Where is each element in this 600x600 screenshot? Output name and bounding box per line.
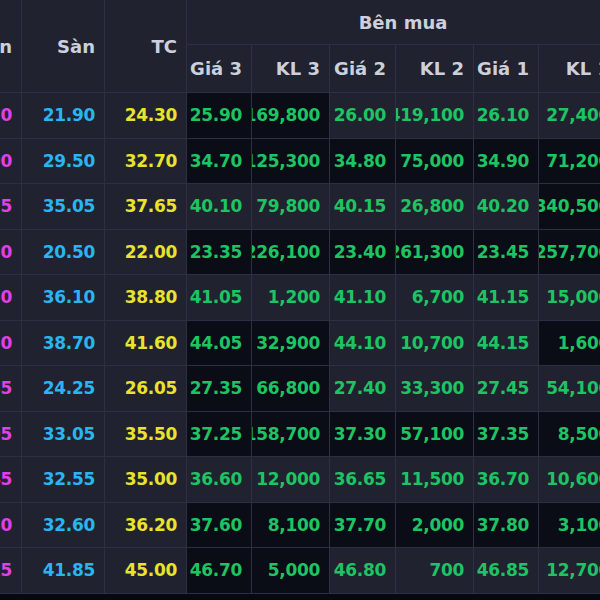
cell-kl2[interactable]: 700: [396, 548, 474, 594]
cell-ceiling: 26.70: [0, 93, 22, 139]
cell-gia2[interactable]: 37.30: [330, 412, 396, 458]
cell-kl2[interactable]: 11,500: [396, 457, 474, 503]
column-header-volume-1: KL 1: [539, 45, 600, 93]
cell-gia3[interactable]: 41.05: [187, 275, 252, 321]
cell-kl3[interactable]: 66,800: [252, 366, 330, 412]
cell-gia1[interactable]: 46.85: [474, 548, 539, 594]
cell-gia2[interactable]: 44.10: [330, 321, 396, 367]
cell-kl1[interactable]: 27,400: [539, 93, 600, 139]
cell-ceiling: 23.50: [0, 230, 22, 276]
cell-kl2[interactable]: 6,700: [396, 275, 474, 321]
cell-kl3[interactable]: 32,900: [252, 321, 330, 367]
cell-ceiling: 40.25: [0, 184, 22, 230]
cell-gia1[interactable]: 26.10: [474, 93, 539, 139]
cell-kl2[interactable]: 419,100: [396, 93, 474, 139]
cell-reference: 37.65: [105, 184, 187, 230]
cell-gia1[interactable]: 40.20: [474, 184, 539, 230]
cell-reference: 41.60: [105, 321, 187, 367]
cell-gia2[interactable]: 40.15: [330, 184, 396, 230]
cell-ceiling: 44.50: [0, 321, 22, 367]
cell-reference: 32.70: [105, 139, 187, 185]
cell-kl2[interactable]: 33,300: [396, 366, 474, 412]
column-header-ceiling: Trần: [0, 0, 22, 93]
cell-kl1[interactable]: 257,700: [539, 230, 600, 276]
cell-gia2[interactable]: 27.40: [330, 366, 396, 412]
cell-gia3[interactable]: 37.60: [187, 503, 252, 549]
cell-gia2[interactable]: 34.80: [330, 139, 396, 185]
column-header-reference: TC: [105, 0, 187, 93]
column-header-volume-3: KL 3: [252, 45, 330, 93]
cell-kl2[interactable]: 10,700: [396, 321, 474, 367]
cell-floor: 20.50: [22, 230, 105, 276]
cell-reference: 45.00: [105, 548, 187, 594]
cell-kl2[interactable]: 57,100: [396, 412, 474, 458]
cell-gia1[interactable]: 37.80: [474, 503, 539, 549]
cell-kl1[interactable]: 71,200: [539, 139, 600, 185]
cell-gia3[interactable]: 40.10: [187, 184, 252, 230]
cell-kl2[interactable]: 2,000: [396, 503, 474, 549]
cell-kl1[interactable]: 340,500: [539, 184, 600, 230]
cell-kl3[interactable]: 226,100: [252, 230, 330, 276]
cell-gia1[interactable]: 27.45: [474, 366, 539, 412]
cell-reference: 36.20: [105, 503, 187, 549]
cell-reference: 24.30: [105, 93, 187, 139]
cell-kl1[interactable]: 15,000: [539, 275, 600, 321]
cell-gia3[interactable]: 46.70: [187, 548, 252, 594]
cell-kl1[interactable]: 12,700: [539, 548, 600, 594]
cell-floor: 41.85: [22, 548, 105, 594]
cell-gia2[interactable]: 41.10: [330, 275, 396, 321]
cell-gia1[interactable]: 34.90: [474, 139, 539, 185]
cell-kl1[interactable]: 1,600: [539, 321, 600, 367]
cell-kl3[interactable]: 1,200: [252, 275, 330, 321]
cell-gia3[interactable]: 34.70: [187, 139, 252, 185]
cell-kl1[interactable]: 3,100: [539, 503, 600, 549]
cell-gia2[interactable]: 36.65: [330, 457, 396, 503]
cell-gia1[interactable]: 41.15: [474, 275, 539, 321]
cell-kl1[interactable]: 54,100: [539, 366, 600, 412]
cell-kl3[interactable]: 169,800: [252, 93, 330, 139]
cell-ceiling: 35.90: [0, 139, 22, 185]
cell-gia2[interactable]: 26.00: [330, 93, 396, 139]
cell-kl2[interactable]: 261,300: [396, 230, 474, 276]
cell-kl3[interactable]: 5,000: [252, 548, 330, 594]
cell-kl1[interactable]: 10,600: [539, 457, 600, 503]
cell-ceiling: 39.80: [0, 503, 22, 549]
cell-gia3[interactable]: 37.25: [187, 412, 252, 458]
cell-reference: 35.00: [105, 457, 187, 503]
cell-ceiling: 48.15: [0, 548, 22, 594]
cell-kl1[interactable]: 8,500: [539, 412, 600, 458]
cell-reference: 35.50: [105, 412, 187, 458]
cell-kl2[interactable]: 75,000: [396, 139, 474, 185]
cell-gia1[interactable]: 37.35: [474, 412, 539, 458]
cell-gia3[interactable]: 27.35: [187, 366, 252, 412]
cell-gia2[interactable]: 23.40: [330, 230, 396, 276]
cell-kl3[interactable]: 158,700: [252, 412, 330, 458]
group-header-buy-side: Bên mua: [187, 0, 600, 45]
cell-kl3[interactable]: 12,000: [252, 457, 330, 503]
cell-kl3[interactable]: 8,100: [252, 503, 330, 549]
column-header-floor: Sàn: [22, 0, 105, 93]
cell-floor: 21.90: [22, 93, 105, 139]
cell-floor: 35.05: [22, 184, 105, 230]
cell-gia1[interactable]: 23.45: [474, 230, 539, 276]
cell-gia3[interactable]: 44.05: [187, 321, 252, 367]
cell-gia1[interactable]: 36.70: [474, 457, 539, 503]
cell-floor: 38.70: [22, 321, 105, 367]
cell-gia3[interactable]: 23.35: [187, 230, 252, 276]
cell-ceiling: 27.85: [0, 366, 22, 412]
cell-kl3[interactable]: 79,800: [252, 184, 330, 230]
column-header-price-2: Giá 2: [330, 45, 396, 93]
cell-reference: 22.00: [105, 230, 187, 276]
cell-ceiling: 37.45: [0, 457, 22, 503]
cell-floor: 29.50: [22, 139, 105, 185]
cell-gia2[interactable]: 37.70: [330, 503, 396, 549]
cell-gia3[interactable]: 25.90: [187, 93, 252, 139]
cell-kl2[interactable]: 26,800: [396, 184, 474, 230]
cell-gia1[interactable]: 44.15: [474, 321, 539, 367]
column-header-price-1: Giá 1: [474, 45, 539, 93]
price-board-table: Trần Sàn TC Bên mua Giá 3 KL 3 Giá 2 KL …: [0, 0, 600, 600]
cell-gia2[interactable]: 46.80: [330, 548, 396, 594]
cell-gia3[interactable]: 36.60: [187, 457, 252, 503]
column-header-volume-2: KL 2: [396, 45, 474, 93]
cell-kl3[interactable]: 125,300: [252, 139, 330, 185]
